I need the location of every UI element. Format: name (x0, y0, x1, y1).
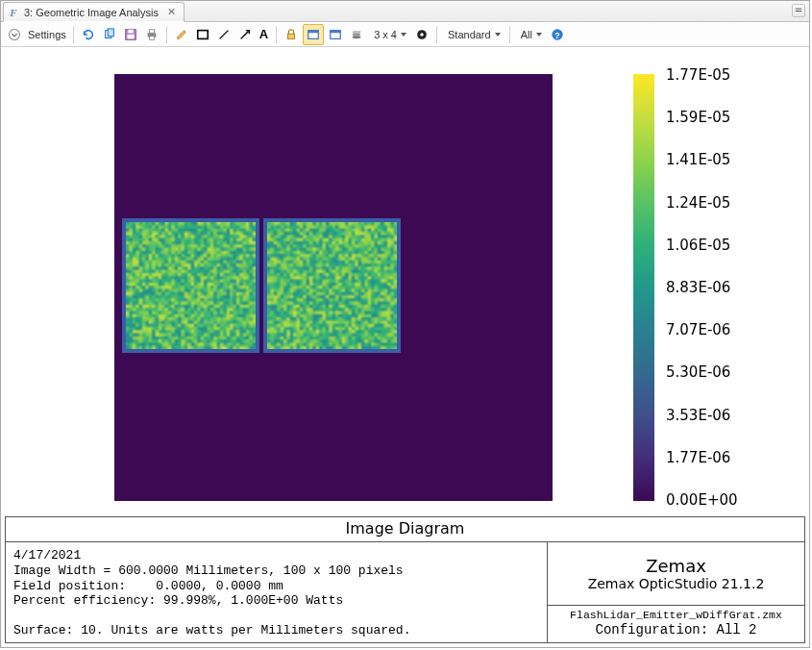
window-active-icon[interactable] (303, 24, 324, 45)
lock-icon[interactable] (282, 24, 301, 45)
colorbar-tick: 1.06E-05 (666, 237, 738, 254)
refresh-icon[interactable] (79, 24, 98, 45)
footer-file-info: FlashLidar_Emitter_wDiffGrat.zmx Configu… (548, 606, 804, 642)
file-name: FlashLidar_Emitter_wDiffGrat.zmx (548, 609, 804, 622)
all-label: All (519, 29, 534, 40)
pencil-icon[interactable] (172, 24, 191, 45)
colorbar-tick: 1.24E-05 (666, 194, 738, 212)
help-icon[interactable]: ? (548, 24, 567, 45)
svg-rect-11 (198, 30, 209, 38)
arrow-icon[interactable] (235, 24, 255, 45)
plot-content: 1.77E-051.59E-051.41E-051.24E-051.06E-05… (1, 47, 809, 524)
svg-point-20 (353, 33, 361, 36)
svg-rect-14 (288, 34, 295, 38)
svg-rect-16 (308, 30, 319, 33)
svg-line-13 (240, 31, 248, 38)
colorbar-tick: 1.77E-05 (666, 66, 738, 84)
colorbar-tick: 5.30E-06 (666, 363, 738, 381)
text-icon[interactable]: A (257, 24, 271, 45)
window-icon[interactable] (326, 24, 345, 45)
brand-name: Zemax (646, 556, 706, 577)
tab-geometric-image-analysis[interactable]: F 3: Geometric Image Analysis ✕ (3, 2, 185, 22)
app-icon: F (8, 7, 19, 18)
svg-rect-1 (796, 11, 801, 12)
brand-version: Zemax OpticStudio 21.1.2 (588, 576, 765, 592)
rectangle-icon[interactable] (193, 24, 212, 45)
colorbar-ticks: 1.77E-051.59E-051.41E-051.24E-051.06E-05… (666, 66, 738, 509)
svg-line-12 (219, 30, 228, 38)
target-icon[interactable] (412, 24, 431, 45)
svg-point-19 (353, 30, 361, 33)
all-dropdown[interactable]: All (515, 24, 546, 45)
dropdown-button[interactable] (5, 24, 24, 45)
footer-title: Image Diagram (6, 517, 804, 542)
colorbar-tick: 0.00E+00 (666, 491, 738, 509)
copy-icon[interactable] (100, 24, 119, 45)
svg-rect-10 (149, 36, 154, 39)
configuration-label: Configuration: All 2 (548, 622, 804, 638)
footer-brand: Zemax Zemax OpticStudio 21.1.2 (548, 542, 804, 606)
save-icon[interactable] (121, 24, 140, 45)
svg-point-2 (10, 29, 20, 39)
colorbar-tick: 1.77E-06 (666, 449, 738, 466)
image-plot[interactable] (114, 74, 553, 501)
grid-size-dropdown[interactable]: 3 x 4 (368, 24, 410, 45)
footer-panel: Image Diagram 4/17/2021 Image Width = 60… (5, 516, 805, 643)
svg-text:?: ? (554, 30, 559, 39)
svg-rect-0 (796, 9, 801, 10)
svg-point-21 (353, 36, 361, 38)
svg-rect-4 (108, 28, 113, 36)
colorbar-tick: 1.41E-05 (666, 151, 738, 168)
close-icon[interactable]: ✕ (167, 6, 176, 18)
svg-rect-6 (128, 29, 133, 33)
toolbar: Settings A (1, 22, 809, 47)
stack-icon[interactable] (347, 24, 366, 45)
footer-info-text: 4/17/2021 Image Width = 600.0000 Millime… (6, 542, 547, 642)
svg-point-23 (420, 33, 424, 37)
chevron-down-icon (536, 33, 542, 37)
svg-rect-18 (331, 30, 341, 33)
grid-size-label: 3 x 4 (372, 29, 399, 40)
chevron-down-icon (401, 33, 406, 37)
chevron-down-icon (495, 33, 501, 37)
colorbar-tick: 8.83E-06 (666, 279, 738, 296)
colorbar-tick: 3.53E-06 (666, 407, 738, 424)
tab-title: 3: Geometric Image Analysis (24, 7, 159, 18)
tab-overflow-button[interactable] (792, 4, 805, 17)
print-icon[interactable] (142, 24, 161, 45)
emitter-region-1 (122, 218, 259, 353)
colorbar-tick: 1.59E-05 (666, 109, 738, 126)
svg-rect-9 (149, 29, 154, 33)
standard-label: Standard (446, 29, 493, 40)
colorbar (633, 74, 654, 501)
line-icon[interactable] (214, 24, 234, 45)
tab-bar: F 3: Geometric Image Analysis ✕ (1, 1, 809, 22)
settings-label[interactable]: Settings (26, 29, 68, 40)
colorbar-tick: 7.07E-06 (666, 321, 738, 338)
standard-dropdown[interactable]: Standard (442, 24, 504, 45)
emitter-region-2 (263, 218, 401, 353)
svg-rect-7 (127, 35, 134, 38)
